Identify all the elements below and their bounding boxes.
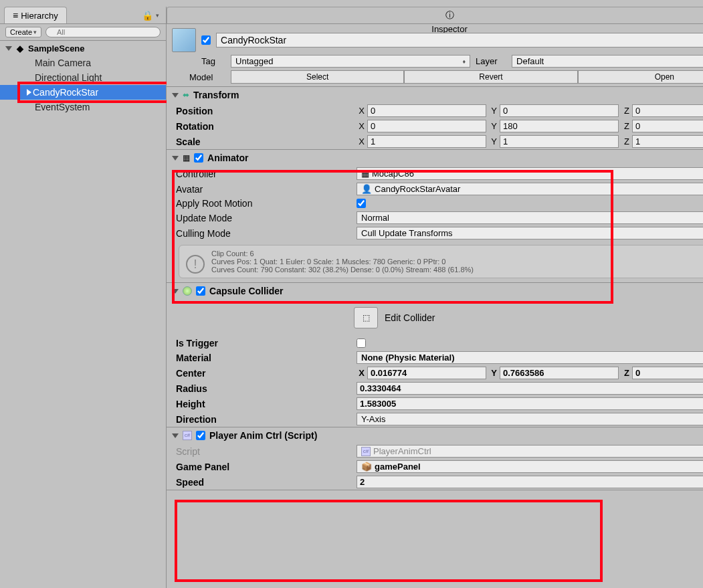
gameobject-name-input[interactable]: [216, 33, 703, 47]
animator-title: Animator: [207, 153, 248, 163]
position-label: Position: [176, 106, 357, 116]
foldout-icon[interactable]: [172, 156, 179, 161]
top-toolbar: [0, 0, 703, 7]
radius-input[interactable]: [357, 382, 703, 395]
pos-x-input[interactable]: [367, 104, 486, 117]
player-script-title: Player Anim Ctrl (Script): [209, 430, 317, 441]
transform-title: Transform: [193, 90, 239, 100]
hierarchy-lock[interactable]: 🔒 ▾: [142, 7, 159, 23]
model-open-button[interactable]: Open: [578, 70, 703, 84]
chevron-down-icon: ▾: [33, 29, 37, 35]
edit-collider-button[interactable]: ⬚: [354, 307, 378, 328]
layer-dropdown[interactable]: Default♦: [512, 55, 703, 68]
animator-enabled-checkbox[interactable]: [194, 153, 203, 163]
height-input[interactable]: [357, 397, 703, 410]
foldout-icon[interactable]: [172, 433, 179, 438]
curves-pos: Curves Pos: 1 Quat: 1 Euler: 0 Scale: 1 …: [211, 258, 474, 266]
model-revert-button[interactable]: Revert: [404, 70, 577, 84]
foldout-icon[interactable]: [172, 289, 179, 294]
capsule-collider-component: Capsule Collider ? ⚙ ⬚ Edit Collider Is …: [167, 283, 703, 427]
gameobject-enabled-checkbox[interactable]: [201, 35, 211, 45]
player-anim-ctrl-component: c# Player Anim Ctrl (Script) ? ⚙ Script …: [167, 427, 703, 490]
tag-dropdown[interactable]: Untagged♦: [231, 55, 470, 68]
transform-icon: ⬌: [183, 90, 189, 100]
edit-collider-icon: ⬚: [363, 313, 370, 322]
animator-component: ▦ Animator ? ⚙ Controller ▦ MocapC86 Ava…: [167, 150, 703, 283]
scene-name: SampleScene: [28, 43, 85, 54]
transform-component: ⬌ Transform ? ⚙ Position X Y Z Rotation …: [167, 87, 703, 150]
update-mode-label: Update Mode: [176, 213, 357, 223]
clip-count: Clip Count: 6: [211, 250, 474, 258]
hierarchy-item-eventsystem[interactable]: EventSystem: [0, 100, 166, 114]
hierarchy-tab[interactable]: Hierarchy: [4, 7, 67, 23]
hierarchy-search-input[interactable]: [45, 27, 161, 37]
material-field[interactable]: None (Physic Material): [357, 351, 703, 364]
script-field: c#PlayerAnimCtrl: [357, 445, 703, 458]
scale-z-input[interactable]: [632, 135, 703, 148]
culling-mode-label: Culling Mode: [176, 228, 357, 239]
culling-mode-dropdown[interactable]: Cull Update Transforms♦: [357, 227, 703, 239]
curves-count: Curves Count: 790 Constant: 302 (38.2%) …: [211, 266, 474, 274]
inspector-icon: ⓘ: [445, 9, 454, 21]
hierarchy-item-main-camera[interactable]: Main Camera: [0, 56, 166, 70]
height-label: Height: [176, 399, 357, 409]
capsule-enabled-checkbox[interactable]: [196, 286, 205, 296]
layer-label: Layer: [476, 56, 506, 66]
scale-y-input[interactable]: [500, 135, 619, 148]
script-enabled-checkbox[interactable]: [196, 431, 205, 440]
scene-row[interactable]: ◆ SampleScene: [0, 41, 166, 56]
inspector-panel: ⓘ Inspector 🔒 ▾ Static Tag Untagged♦ Lay…: [167, 7, 703, 588]
csharp-script-icon: c#: [361, 447, 371, 456]
rot-z-input[interactable]: [632, 120, 703, 132]
capsule-title: Capsule Collider: [209, 286, 283, 296]
rot-y-input[interactable]: [500, 120, 619, 132]
info-icon: !: [186, 255, 205, 274]
direction-dropdown[interactable]: Y-Axis♦: [357, 413, 703, 425]
center-x-input[interactable]: [367, 367, 486, 379]
is-trigger-checkbox[interactable]: [357, 338, 366, 348]
hierarchy-panel: Hierarchy 🔒 ▾ Create ▾ ◆ SampleScene Mai…: [0, 7, 167, 588]
create-button[interactable]: Create ▾: [5, 27, 41, 37]
pos-z-input[interactable]: [632, 104, 703, 117]
create-label: Create: [10, 28, 32, 36]
apply-root-label: Apply Root Motion: [176, 198, 357, 209]
inspector-tab[interactable]: ⓘ Inspector: [167, 7, 703, 23]
material-label: Material: [176, 353, 357, 363]
speed-input[interactable]: [357, 476, 703, 488]
rot-x-input[interactable]: [367, 120, 486, 132]
controller-field[interactable]: ▦ MocapC86: [357, 167, 703, 180]
model-select-button[interactable]: Select: [231, 70, 404, 84]
game-panel-label: Game Panel: [176, 462, 357, 472]
model-label: Model: [189, 72, 225, 82]
scale-label: Scale: [176, 136, 357, 147]
hierarchy-item-candyrockstar[interactable]: CandyRockStar: [0, 85, 166, 100]
avatar-field[interactable]: 👤 CandyRockStarAvatar: [357, 183, 703, 195]
center-label: Center: [176, 368, 357, 379]
game-panel-field[interactable]: 📦 gamePanel: [357, 460, 703, 473]
center-z-input[interactable]: [632, 367, 703, 379]
hierarchy-item-directional-light[interactable]: Directional Light: [0, 70, 166, 85]
highlight-box-script: [175, 500, 603, 582]
edit-collider-label: Edit Collider: [385, 312, 435, 323]
pos-y-input[interactable]: [500, 104, 619, 117]
rotation-label: Rotation: [176, 121, 357, 132]
gameobject-icon[interactable]: [172, 28, 196, 52]
is-trigger-label: Is Trigger: [176, 338, 357, 349]
foldout-icon: [5, 46, 12, 51]
controller-label: Controller: [176, 169, 357, 179]
center-y-input[interactable]: [500, 367, 619, 379]
scale-x-input[interactable]: [367, 135, 486, 148]
animator-info-box: ! Clip Count: 6 Curves Pos: 1 Quat: 1 Eu…: [179, 245, 703, 278]
direction-label: Direction: [176, 414, 357, 425]
radius-label: Radius: [176, 383, 357, 394]
script-label: Script: [176, 446, 357, 457]
apply-root-checkbox[interactable]: [357, 199, 366, 208]
foldout-icon[interactable]: [172, 93, 179, 98]
capsule-icon: [183, 286, 192, 296]
hierarchy-icon: [13, 10, 18, 21]
speed-label: Speed: [176, 477, 357, 488]
update-mode-dropdown[interactable]: Normal♦: [357, 211, 703, 224]
hierarchy-tab-label: Hierarchy: [21, 11, 58, 21]
tag-label: Tag: [201, 56, 225, 66]
unity-logo-icon: ◆: [15, 43, 25, 54]
